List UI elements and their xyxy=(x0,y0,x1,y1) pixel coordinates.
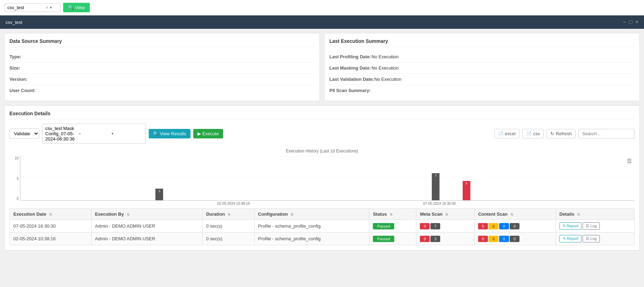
bar-3-label: 5 xyxy=(465,181,467,185)
cell-content-scan: 5000 xyxy=(475,220,556,233)
cell-status: Passed xyxy=(369,220,416,233)
clear-search-icon[interactable]: × xyxy=(46,5,48,10)
type-label: Type: xyxy=(9,54,52,59)
content-scan-badge: 0 xyxy=(510,236,519,242)
sort-config-icon[interactable]: ⇅ xyxy=(290,213,293,216)
csv-button[interactable]: 📄 csv xyxy=(522,129,544,138)
cell-status: Passed xyxy=(369,233,416,245)
content-scan-badge: 0 xyxy=(499,223,509,229)
version-label: Version: xyxy=(9,77,52,82)
report-button[interactable]: ✎ Report xyxy=(559,235,582,242)
profiling-label: Last Profiling Date: xyxy=(329,54,371,59)
pii-label: PII Scan Summary: xyxy=(329,88,371,93)
profiling-value: No Execution xyxy=(371,54,398,59)
content-scan-badge: 0 xyxy=(478,236,488,242)
masking-value: No Execution xyxy=(371,65,398,71)
sort-duration-icon[interactable]: ⇅ xyxy=(228,213,230,216)
cell-meta-scan: 03 xyxy=(416,233,475,245)
config-select[interactable]: csv_test Mask Config_07-05-2024-06:30:36… xyxy=(42,124,146,144)
status-badge: Passed xyxy=(373,223,394,229)
close-icon[interactable]: × xyxy=(635,19,638,25)
validation-value: No Execution xyxy=(374,77,401,82)
table-search-input[interactable] xyxy=(578,129,635,138)
cell-details: ✎ Report☰ Log xyxy=(556,233,634,245)
excel-button[interactable]: 📄 excel xyxy=(494,129,519,138)
config-clear-icon[interactable]: × xyxy=(79,131,110,136)
status-badge: Passed xyxy=(373,236,394,242)
log-button[interactable]: ☰ Log xyxy=(583,235,600,242)
meta-scan-badge: 0 xyxy=(420,236,430,242)
col-meta-scan[interactable]: Meta Scan ⇅ xyxy=(416,209,475,220)
config-value: csv_test Mask Config_07-05-2024-06:30:36 xyxy=(45,126,76,142)
col-details[interactable]: Details ⇅ xyxy=(556,209,634,220)
report-button[interactable]: ✎ Report xyxy=(559,222,582,230)
execution-table: Execution Date ⇅ Execution By ⇅ Duration… xyxy=(9,208,635,245)
refresh-button[interactable]: ↻ Refresh xyxy=(546,129,576,138)
minimize-icon[interactable]: − xyxy=(623,19,626,25)
version-row: Version: xyxy=(9,74,315,85)
size-label: Size: xyxy=(9,65,52,71)
col-execution-date[interactable]: Execution Date ⇅ xyxy=(10,209,92,220)
chart-bars-area: 3 7 5 xyxy=(20,155,635,201)
sort-execution-by-icon[interactable]: ⇅ xyxy=(127,213,129,216)
cell-meta-scan: 07 xyxy=(416,220,475,233)
validation-label: Last Validation Date: xyxy=(329,77,374,82)
config-arrow-icon[interactable]: ▾ xyxy=(112,131,143,136)
search-box[interactable]: × ▾ xyxy=(4,3,60,12)
sort-meta-scan-icon[interactable]: ⇅ xyxy=(445,213,448,216)
col-status[interactable]: Status ⇅ xyxy=(369,209,416,220)
table-row: 07-05-2024 16:30:30Admin - DEMO ADMIN US… xyxy=(10,220,635,233)
meta-scan-badge: 7 xyxy=(430,223,440,229)
bar-1: 3 xyxy=(155,189,163,200)
col-content-scan[interactable]: Content Scan ⇅ xyxy=(475,209,556,220)
cell-configuration: Profile - schema_profile_config xyxy=(254,233,369,245)
date-label-1: 02-05-2024 10:38:16 xyxy=(217,202,250,206)
main-content: Data Source Summary Type: Size: Version:… xyxy=(0,29,644,255)
sort-details-icon[interactable]: ⇅ xyxy=(577,213,580,216)
cell-duration: 0 sec(s) xyxy=(202,233,254,245)
execution-details-title: Execution Details xyxy=(9,111,635,119)
view-results-button[interactable]: 🔍 View Results xyxy=(149,129,190,138)
meta-scan-badge: 3 xyxy=(430,236,440,242)
masking-row: Last Masking Date: No Execution xyxy=(329,63,635,74)
bar-1-label: 3 xyxy=(159,189,160,193)
col-execution-by[interactable]: Execution By ⇅ xyxy=(91,209,202,220)
sort-content-scan-icon[interactable]: ⇅ xyxy=(510,213,513,216)
y-label-10: 10 xyxy=(9,156,19,160)
search-dropdown-icon[interactable]: ▾ xyxy=(50,5,52,10)
page-title: csv_test xyxy=(6,20,22,25)
sort-execution-date-icon[interactable]: ⇅ xyxy=(49,213,52,216)
view-button[interactable]: 🔍 View xyxy=(63,3,90,12)
date-label-2: 07-05-2024 16:30:30 xyxy=(423,202,456,206)
profiling-row: Last Profiling Date: No Execution xyxy=(329,51,635,63)
search-input[interactable] xyxy=(7,5,46,10)
title-bar: csv_test − □ × xyxy=(0,15,644,29)
view-results-icon: 🔍 xyxy=(153,131,159,136)
maximize-icon[interactable]: □ xyxy=(629,19,632,25)
csv-icon: 📄 xyxy=(526,131,532,136)
execution-type-select[interactable]: Validate xyxy=(9,129,39,139)
execute-button[interactable]: ▶ Execute xyxy=(193,129,223,138)
cell-execution-date: 07-05-2024 16:30:30 xyxy=(10,220,92,233)
top-bar: × ▾ 🔍 View xyxy=(0,0,644,15)
cell-content-scan: 0000 xyxy=(475,233,556,245)
chart-date-labels: 02-05-2024 10:38:16 07-05-2024 16:30:30 xyxy=(9,202,635,206)
summary-row: Data Source Summary Type: Size: Version:… xyxy=(4,33,640,101)
search-icon: 🔍 xyxy=(68,5,74,10)
bar-3: 5 xyxy=(463,181,470,200)
chart-title: Execution History (Last 10 Executions) xyxy=(9,149,635,154)
data-source-title: Data Source Summary xyxy=(9,38,315,47)
cell-duration: 0 sec(s) xyxy=(202,220,254,233)
col-duration[interactable]: Duration ⇅ xyxy=(202,209,254,220)
log-button[interactable]: ☰ Log xyxy=(583,222,600,230)
execution-details-panel: Execution Details Validate csv_test Mask… xyxy=(4,105,640,250)
pii-row: PII Scan Summary: xyxy=(329,85,635,96)
sort-status-icon[interactable]: ⇅ xyxy=(390,213,393,216)
content-scan-badge: 0 xyxy=(489,223,498,229)
cell-execution-date: 02-05-2024 10:38:16 xyxy=(10,233,92,245)
content-scan-badge: 0 xyxy=(510,223,519,229)
execute-icon: ▶ xyxy=(197,131,201,136)
refresh-icon: ↻ xyxy=(550,131,554,136)
execution-controls: Validate csv_test Mask Config_07-05-2024… xyxy=(9,124,635,144)
col-configuration[interactable]: Configuration ⇅ xyxy=(254,209,369,220)
